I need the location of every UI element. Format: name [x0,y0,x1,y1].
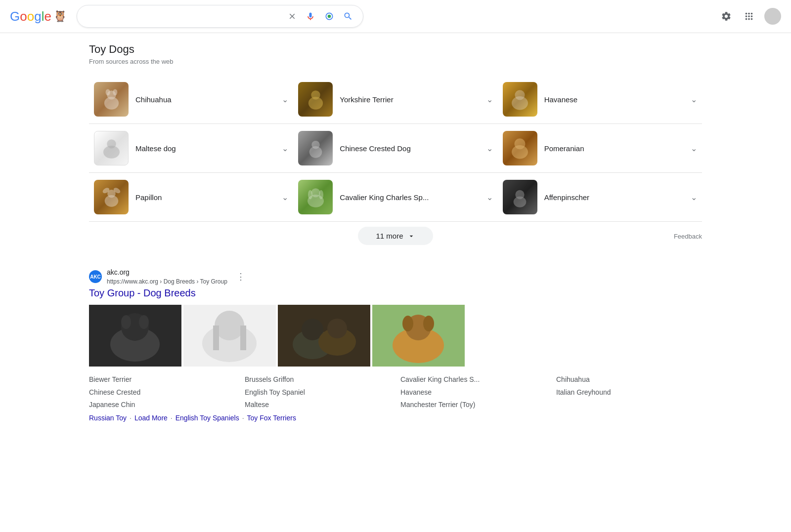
avatar[interactable] [764,8,781,25]
breed-name-maltese: Maltese dog [135,144,275,153]
search-button[interactable] [341,9,355,23]
breed-list-item: Havanese [400,386,546,399]
result-domain-info: akc.org https://www.akc.org › Dog Breeds… [107,268,227,286]
breed-list-item: Japanese Chin [89,399,235,411]
result-domain: akc.org [107,268,227,278]
breed-list-item: Manchester Terrier (Toy) [400,399,546,411]
breeds-col-2: Yorkshire Terrier ⌄ Chinese Crested Dog … [293,75,497,222]
breed-item-cavalier[interactable]: Cavalier King Charles Sp... ⌄ [293,173,497,222]
svg-point-17 [311,188,320,197]
breed-link-toy-fox[interactable]: Toy Fox Terriers [247,414,296,422]
result-source: AKC akc.org https://www.akc.org › Dog Br… [89,268,702,286]
gallery-image-1[interactable] [89,305,181,367]
breed-item-yorkshire[interactable]: Yorkshire Terrier ⌄ [293,75,497,124]
svg-point-40 [327,319,347,338]
breed-list-row: Biewer Terrier Chinese Crested Japanese … [89,373,702,411]
result-options-button[interactable]: ⋮ [236,271,245,282]
breed-list-item: Italian Greyhound [556,386,702,399]
result-url: https://www.akc.org › Dog Breeds › Toy G… [107,278,227,286]
svg-point-44 [402,316,413,331]
lens-button[interactable] [322,9,336,23]
breed-thumb-affenpinscher [503,180,537,214]
header: Google 🦉 toy dog [0,0,791,33]
breed-link-russian-toy[interactable]: Russian Toy [89,414,127,422]
settings-button[interactable] [719,9,734,24]
more-btn-wrapper: 11 more [293,227,497,245]
gallery-image-4[interactable] [372,305,465,367]
voice-search-button[interactable] [304,9,317,23]
search-input[interactable]: toy dog [85,12,280,21]
svg-point-45 [423,316,434,331]
logo-letter-o1: o [20,9,27,24]
breed-links: Russian Toy · Load More · English Toy Sp… [89,414,702,422]
breed-list-item: Maltese [245,399,391,411]
svg-point-5 [113,89,117,95]
breed-item-chihuahua[interactable]: Chihuahua ⌄ [89,75,293,124]
result-title[interactable]: Toy Group - Dog Breeds [89,287,702,299]
svg-rect-35 [240,326,246,350]
svg-point-15 [311,140,320,149]
svg-point-1 [328,15,331,18]
breed-thumb-chinese [298,131,333,165]
breed-name-papillon: Papillon [135,193,275,202]
breed-name-yorkshire: Yorkshire Terrier [340,95,479,104]
breed-item-chinese[interactable]: Chinese Crested Dog ⌄ [293,124,497,173]
feedback-link[interactable]: Feedback [674,233,702,240]
link-separator: · [130,414,132,422]
breeds-grid: Chihuahua ⌄ Maltese dog ⌄ [89,75,702,222]
search-icon-group [286,9,355,23]
chevron-down-icon: ⌄ [282,95,288,104]
chevron-down-icon: ⌄ [486,95,493,104]
breed-item-pomeranian[interactable]: Pomeranian ⌄ [498,124,702,173]
breed-list-item: Chihuahua [556,373,702,386]
breed-list-col-3: Cavalier King Charles S... Havanese Manc… [400,373,546,411]
breed-link-english-toy[interactable]: English Toy Spaniels [176,414,239,422]
logo-owl-icon: 🦉 [53,10,67,23]
breed-item-affenpinscher[interactable]: Affenpinscher ⌄ [498,173,702,222]
breed-item-papillon[interactable]: Papillon ⌄ [89,173,293,222]
logo-letter-g: G [10,9,20,24]
breed-thumb-cavalier [298,180,333,214]
breed-item-maltese[interactable]: Maltese dog ⌄ [89,124,293,173]
svg-point-21 [515,90,525,100]
breeds-col-3: Havanese ⌄ Pomeranian ⌄ [498,75,702,222]
gallery-image-3[interactable] [278,305,370,367]
breed-name-pomeranian: Pomeranian [544,144,684,153]
chevron-down-icon: ⌄ [691,144,697,153]
breed-list-item: Chinese Crested [89,386,235,399]
feedback-area: Feedback [498,232,702,240]
svg-point-4 [105,89,110,95]
svg-point-30 [139,315,149,329]
apps-button[interactable] [742,9,756,24]
breed-name-havanese: Havanese [544,95,684,104]
breed-thumb-maltese [94,131,129,165]
header-right [719,8,781,25]
svg-point-25 [515,190,524,199]
gallery-image-2[interactable] [183,305,276,367]
svg-point-29 [121,315,131,329]
breeds-col-1: Chihuahua ⌄ Maltese dog ⌄ [89,75,293,222]
chevron-down-icon: ⌄ [486,193,493,202]
clear-button[interactable] [286,10,299,23]
breed-list-col-2: Brussels Griffon English Toy Spaniel Mal… [245,373,391,411]
main-content: Toy Dogs From sources across the web Chi… [74,33,717,432]
svg-point-7 [107,139,116,148]
chevron-down-icon: ⌄ [282,193,288,202]
google-logo: Google 🦉 [10,9,67,24]
breed-thumb-chihuahua [94,82,129,117]
logo-letter-e: e [44,9,51,24]
breed-name-cavalier: Cavalier King Charles Sp... [340,193,479,202]
breed-thumb-papillon [94,180,129,214]
more-row: 11 more Feedback [89,222,702,255]
breed-link-load-more[interactable]: Load More [134,414,168,422]
breed-item-havanese[interactable]: Havanese ⌄ [498,75,702,124]
chevron-down-icon: ⌄ [691,95,697,104]
breed-thumb-yorkshire [298,82,333,117]
breed-list-item: Brussels Griffon [245,373,391,386]
chevron-down-icon [407,232,415,240]
more-button[interactable]: 11 more [358,227,433,245]
link-separator: · [242,414,244,422]
chevron-down-icon: ⌄ [691,193,697,202]
breed-name-chinese: Chinese Crested Dog [340,144,479,153]
more-button-label: 11 more [376,232,403,240]
